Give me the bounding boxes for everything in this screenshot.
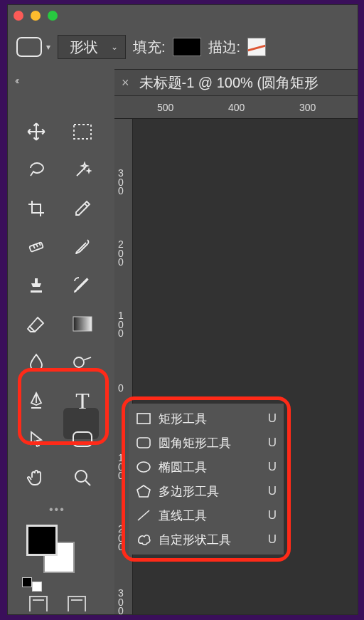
flyout-item-label: 直线工具 <box>159 508 207 524</box>
flyout-shortcut: U <box>268 508 277 522</box>
app-window: ▾ 形状 ⌄ 填充: 描边: ‹‹ × 未标题-1 @ 100% (圆角矩形 5… <box>7 4 358 615</box>
svg-rect-0 <box>74 125 91 139</box>
svg-rect-6 <box>137 414 150 424</box>
svg-marker-9 <box>137 485 150 497</box>
flyout-item-label: 圆角矩形工具 <box>159 435 231 451</box>
window-controls <box>14 11 58 21</box>
ruler-tick: 400 <box>228 102 245 113</box>
svg-rect-4 <box>73 432 92 446</box>
crop-tool[interactable] <box>21 194 52 223</box>
close-window-button[interactable] <box>14 11 23 21</box>
stroke-color-swatch[interactable] <box>247 38 266 56</box>
ruler-tick: 300 <box>299 102 316 113</box>
custom-shape-icon <box>136 533 151 546</box>
document-tab[interactable]: × 未标题-1 @ 100% (圆角矩形 <box>114 69 358 96</box>
hand-tool[interactable] <box>21 463 52 492</box>
svg-rect-2 <box>73 317 92 331</box>
line-icon <box>136 509 151 522</box>
ruler-tick: 500 <box>157 102 173 113</box>
stroke-label: 描边: <box>208 38 241 57</box>
lasso-tool[interactable] <box>21 156 52 184</box>
tool-mode-dropdown[interactable]: 形状 ⌄ <box>58 35 126 59</box>
path-selection-tool[interactable] <box>21 425 52 453</box>
move-tool[interactable] <box>21 117 52 146</box>
screen-mode-button[interactable] <box>68 596 86 611</box>
zoom-tool[interactable] <box>67 463 98 492</box>
type-tool[interactable]: T <box>67 387 98 415</box>
active-tool-icon[interactable] <box>16 37 42 57</box>
flyout-shortcut: U <box>268 484 277 498</box>
dodge-tool[interactable] <box>67 348 98 377</box>
panel-collapse-icon[interactable]: ‹‹ <box>15 75 17 86</box>
rectangle-icon <box>136 413 151 424</box>
brush-tool[interactable] <box>67 233 98 261</box>
fill-label: 填充: <box>133 38 166 57</box>
svg-point-5 <box>75 471 87 482</box>
magic-wand-tool[interactable] <box>67 156 98 184</box>
ruler-tick: 0 <box>118 382 124 394</box>
flyout-shortcut: U <box>268 460 277 474</box>
svg-point-3 <box>74 357 84 367</box>
ruler-tick: 200 <box>118 525 124 552</box>
foreground-color[interactable] <box>26 525 58 556</box>
svg-rect-1 <box>29 242 43 252</box>
healing-brush-tool[interactable] <box>21 233 52 261</box>
rounded-rectangle-tool[interactable] <box>67 425 98 453</box>
flyout-item-polygon[interactable]: 多边形工具 U <box>129 479 284 503</box>
flyout-shortcut: U <box>268 532 277 547</box>
flyout-item-custom-shape[interactable]: 自定形状工具 U <box>129 527 284 552</box>
flyout-item-label: 矩形工具 <box>159 411 207 427</box>
ruler-tick: 300 <box>118 589 124 615</box>
svg-point-8 <box>137 462 150 472</box>
fill-color-swatch[interactable] <box>173 38 201 56</box>
close-tab-icon[interactable]: × <box>122 75 129 90</box>
flyout-item-line[interactable]: 直线工具 U <box>129 503 284 527</box>
ruler-tick: 200 <box>118 240 124 267</box>
polygon-icon <box>136 485 151 498</box>
tool-mode-label: 形状 <box>70 38 98 57</box>
screen-mode-buttons <box>29 596 86 611</box>
horizontal-ruler: 500 400 300 <box>114 96 358 119</box>
flyout-item-ellipse[interactable]: 椭圆工具 U <box>129 455 284 479</box>
blur-tool[interactable] <box>21 348 52 377</box>
tools-overflow-icon[interactable]: ••• <box>49 503 65 516</box>
svg-rect-7 <box>137 438 150 448</box>
default-colors-icon[interactable] <box>22 577 46 587</box>
history-brush-tool[interactable] <box>67 271 98 300</box>
shape-tools-flyout: 矩形工具 U 圆角矩形工具 U 椭圆工具 U 多边形工具 U 直线工具 U 自定… <box>129 404 284 555</box>
eraser-tool[interactable] <box>21 310 52 338</box>
chevron-down-icon: ⌄ <box>111 42 118 52</box>
clone-stamp-tool[interactable] <box>21 271 52 300</box>
color-swatches[interactable] <box>26 525 76 574</box>
flyout-item-rectangle[interactable]: 矩形工具 U <box>129 406 284 431</box>
options-bar: ▾ 形状 ⌄ 填充: 描边: <box>12 31 358 63</box>
quick-mask-button[interactable] <box>29 596 48 611</box>
flyout-item-rounded-rectangle[interactable]: 圆角矩形工具 U <box>129 431 284 455</box>
flyout-item-label: 椭圆工具 <box>159 459 207 475</box>
document-title: 未标题-1 @ 100% (圆角矩形 <box>139 73 319 93</box>
maximize-window-button[interactable] <box>48 11 58 21</box>
flyout-item-label: 自定形状工具 <box>159 532 231 548</box>
rounded-rectangle-icon <box>136 437 151 448</box>
tools-panel: T <box>21 117 100 492</box>
flyout-item-label: 多边形工具 <box>159 483 219 500</box>
ruler-tick: 300 <box>118 169 124 196</box>
ruler-tick: 100 <box>118 311 124 338</box>
flyout-shortcut: U <box>268 436 277 450</box>
gradient-tool[interactable] <box>67 310 98 338</box>
chevron-down-icon[interactable]: ▾ <box>46 42 50 52</box>
ellipse-icon <box>136 461 151 473</box>
eyedropper-tool[interactable] <box>67 194 98 223</box>
marquee-tool[interactable] <box>67 117 98 146</box>
pen-tool[interactable] <box>21 387 52 415</box>
ruler-tick: 100 <box>118 453 124 480</box>
minimize-window-button[interactable] <box>31 11 41 21</box>
flyout-shortcut: U <box>268 411 277 426</box>
